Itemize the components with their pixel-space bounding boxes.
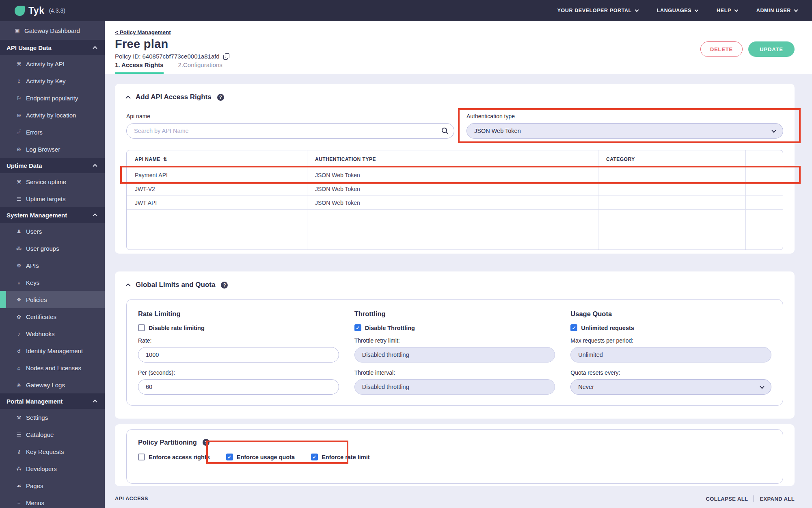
enforce-rate-limit-checkbox[interactable] [311, 454, 318, 460]
sidebar-item-label: Keys [26, 279, 39, 286]
policy-partitioning-panel: Policy Partitioning Enforce access right… [115, 424, 795, 486]
per-seconds-label: Per (seconds): [138, 369, 339, 376]
rate-input[interactable] [138, 347, 339, 363]
sidebar-item-errors[interactable]: ☄ Errors [0, 124, 105, 141]
search-icon [441, 127, 449, 135]
sidebar-section-uptime-data[interactable]: Uptime Data [0, 158, 105, 173]
policy-icon: ❖ [15, 297, 22, 303]
auth-type-select[interactable]: JSON Web Token [466, 123, 783, 139]
key-icon: ⚷ [15, 78, 22, 84]
copy-icon[interactable] [223, 53, 229, 60]
sidebar-item-keys[interactable]: ♁ Keys [0, 274, 105, 291]
collapse-caret-icon[interactable] [125, 283, 131, 289]
sidebar-item-policies[interactable]: ❖ Policies [0, 291, 105, 308]
tab-configurations[interactable]: 2.Configurations [178, 61, 222, 74]
table-column-divider [307, 150, 307, 250]
sidebar-item-label: Log Browser [26, 146, 60, 153]
rate-label: Rate: [138, 337, 339, 344]
quota-resets-select[interactable]: Never [570, 379, 771, 395]
chevron-up-icon [93, 46, 97, 50]
network-icon: ♁ [15, 280, 22, 286]
column-header-api-name[interactable]: API NAME ⇅ [127, 156, 307, 162]
sidebar-item-service-uptime[interactable]: ⚒ Service uptime [0, 173, 105, 190]
sidebar-item-webhooks[interactable]: ♪ Webhooks [0, 325, 105, 342]
sidebar-item-uptime-targets[interactable]: ☰ Uptime targets [0, 190, 105, 207]
collapse-all-button[interactable]: COLLAPSE ALL [706, 496, 748, 502]
collapse-caret-icon[interactable] [125, 96, 131, 101]
rate-limiting-title: Rate Limiting [138, 310, 339, 318]
menu-developer-portal[interactable]: YOUR DEVELOPER PORTAL [557, 8, 638, 13]
enforce-usage-quota-checkbox[interactable] [226, 454, 233, 460]
sort-icon[interactable]: ⇅ [163, 156, 168, 162]
sidebar-item-gateway-logs[interactable]: ※ Gateway Logs [0, 376, 105, 393]
api-search-input[interactable] [126, 123, 454, 139]
sidebar-item-activity-by-api[interactable]: ⚒ Activity by API [0, 55, 105, 72]
policy-id-text: Policy ID: 640857cbf773ce0001a81afd [115, 53, 220, 60]
sidebar-item-catalogue[interactable]: ☰ Catalogue [0, 426, 105, 443]
expand-all-button[interactable]: EXPAND ALL [760, 496, 795, 502]
menu-admin-user[interactable]: ADMIN USER [756, 8, 797, 13]
header-buttons: DELETE UPDATE [700, 41, 795, 57]
sidebar-item-users[interactable]: ♟ Users [0, 223, 105, 240]
sidebar-item-user-groups[interactable]: ⁂ User groups [0, 240, 105, 257]
enforce-access-rights-checkbox[interactable] [138, 454, 145, 460]
page-title: Free plan [115, 37, 168, 51]
users-icon: ⁂ [15, 466, 22, 472]
sidebar-item-settings[interactable]: ⚒ Settings [0, 409, 105, 426]
footer-bar: API ACCESS COLLAPSE ALL EXPAND ALL [115, 492, 795, 506]
sidebar-item-identity-management[interactable]: ☌ Identity Management [0, 342, 105, 359]
sidebar-item-apis[interactable]: ⚙ APIs [0, 257, 105, 274]
bell-icon: ♪ [15, 331, 22, 337]
per-seconds-input[interactable] [138, 379, 339, 395]
sidebar-section-label: API Usage Data [6, 44, 52, 51]
disable-rate-limiting-checkbox[interactable] [138, 324, 145, 331]
sidebar-item-nodes-and-licenses[interactable]: ⌂ Nodes and Licenses [0, 359, 105, 376]
cell-auth-type: JSON Web Token [307, 200, 598, 206]
throttle-interval-input [354, 379, 555, 395]
sidebar-item-activity-by-key[interactable]: ⚷ Activity by Key [0, 72, 105, 89]
sidebar-section-api-usage-data[interactable]: API Usage Data [0, 40, 105, 55]
help-icon[interactable] [221, 282, 228, 289]
unlimited-requests-checkbox[interactable] [570, 324, 577, 331]
throttle-retry-limit-label: Throttle retry limit: [354, 337, 555, 344]
tyk-logo[interactable]: Tyk (4.3.3) [15, 5, 65, 16]
sidebar-item-log-browser[interactable]: ※ Log Browser [0, 141, 105, 158]
menu-help[interactable]: HELP [717, 8, 738, 13]
checkbox-label: Unlimited requests [581, 325, 634, 331]
sidebar-item-pages[interactable]: ☙ Pages [0, 477, 105, 494]
sidebar-item-developers[interactable]: ⁂ Developers [0, 460, 105, 477]
chevron-down-icon [771, 128, 776, 132]
delete-button[interactable]: DELETE [700, 41, 743, 57]
sidebar-item-menus[interactable]: ≡ Menus [0, 494, 105, 508]
sidebar-item-label: Catalogue [26, 431, 54, 438]
sidebar-item-activity-by-location[interactable]: ⊕ Activity by location [0, 106, 105, 124]
help-icon[interactable] [203, 439, 209, 446]
tyk-leaf-icon [15, 6, 25, 16]
sidebar-item-certificates[interactable]: ✿ Certificates [0, 308, 105, 325]
flag-icon: ⚐ [15, 95, 22, 101]
quota-resets-label: Quota resets every: [570, 369, 771, 376]
disable-throttling-checkbox[interactable] [354, 324, 361, 331]
sidebar-item-gateway-dashboard[interactable]: ▣ Gateway Dashboard [0, 21, 105, 40]
sidebar-item-label: Menus [26, 499, 44, 506]
globe-icon: ⊕ [15, 112, 22, 118]
section-title: Global Limits and Quota [136, 281, 215, 289]
breadcrumb[interactable]: < Policy Management [115, 29, 171, 35]
sidebar-item-endpoint-popularity[interactable]: ⚐ Endpoint popularity [0, 89, 105, 106]
table-row-jwt-api[interactable]: JWT API JSON Web Token [127, 196, 783, 210]
sidebar-item-key-requests[interactable]: ⚷ Key Requests [0, 443, 105, 460]
sidebar-section-portal-management[interactable]: Portal Management [0, 393, 105, 409]
help-icon[interactable] [217, 94, 224, 101]
sidebar-item-label: Users [26, 228, 42, 235]
cell-api-name: JWT API [127, 200, 307, 206]
sidebar-section-system-management[interactable]: System Management [0, 207, 105, 223]
tab-access-rights[interactable]: 1. Access Rights [115, 61, 164, 74]
api-access-section-header[interactable]: API ACCESS [115, 496, 148, 501]
chevron-up-icon [93, 399, 97, 404]
update-button[interactable]: UPDATE [748, 41, 795, 57]
table-row-jwt-v2[interactable]: JWT-V2 JSON Web Token [127, 182, 783, 196]
global-limits-subpanel: Rate Limiting Disable rate limiting Rate… [126, 299, 783, 406]
table-row-payment-api[interactable]: Payment API JSON Web Token [127, 168, 783, 182]
wrench-icon: ⚒ [15, 415, 22, 421]
menu-languages[interactable]: LANGUAGES [657, 8, 698, 13]
